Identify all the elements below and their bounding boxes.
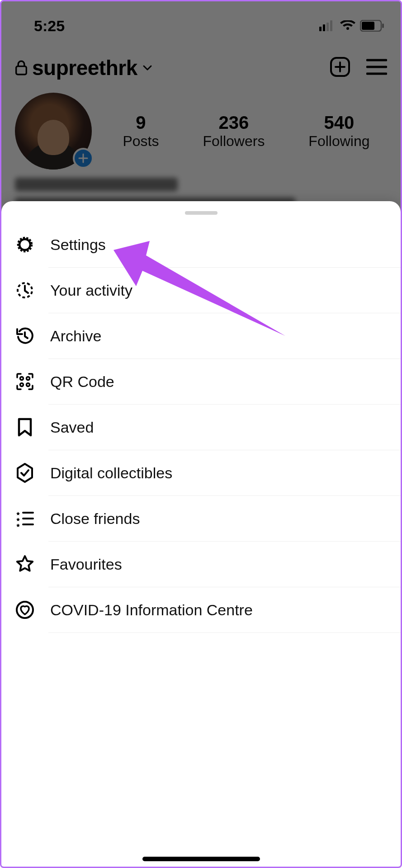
menu-label: Your activity [50, 282, 132, 299]
hamburger-menu-button[interactable] [366, 58, 387, 77]
qr-icon [15, 372, 35, 392]
menu-item-saved[interactable]: Saved [15, 405, 401, 450]
avatar[interactable] [15, 93, 92, 170]
menu-label: Digital collectibles [50, 464, 172, 482]
status-bar: 5:25 [1, 1, 401, 38]
svg-point-14 [20, 383, 24, 387]
heart-circle-icon [15, 600, 35, 620]
add-story-badge[interactable] [73, 148, 94, 169]
wifi-icon [340, 20, 355, 31]
menu-label: COVID-19 Information Centre [50, 601, 253, 619]
menu-item-settings[interactable]: Settings [15, 222, 401, 267]
svg-rect-6 [382, 24, 384, 28]
stat-followers-count: 236 [203, 113, 265, 133]
chevron-down-icon [142, 62, 153, 73]
profile-header: supreethrk [1, 38, 401, 85]
battery-icon [360, 20, 384, 32]
history-icon [15, 326, 35, 346]
stat-followers-label: Followers [203, 133, 265, 150]
username: supreethrk [32, 56, 137, 80]
menu-item-qr-code[interactable]: QR Code [15, 359, 401, 404]
svg-point-10 [19, 239, 30, 250]
profile-title[interactable]: supreethrk [15, 56, 153, 80]
svg-point-13 [27, 377, 30, 380]
menu-item-close-friends[interactable]: Close friends [15, 496, 401, 541]
hex-check-icon [15, 463, 35, 483]
svg-rect-3 [330, 20, 332, 31]
plus-icon [78, 153, 88, 163]
menu-label: Archive [50, 327, 101, 345]
profile-stats-row: 9 Posts 236 Followers 540 Following [1, 85, 401, 170]
menu-label: Close friends [50, 510, 140, 528]
stat-posts[interactable]: 9 Posts [123, 113, 159, 150]
stat-following-count: 540 [308, 113, 369, 133]
svg-rect-0 [319, 27, 322, 31]
stat-followers[interactable]: 236 Followers [203, 113, 265, 150]
status-time: 5:25 [34, 17, 65, 35]
menu-item-covid-info[interactable]: COVID-19 Information Centre [15, 587, 401, 632]
menu-list: Settings Your activity Archive [1, 222, 401, 633]
svg-rect-1 [323, 24, 325, 31]
gear-icon [15, 235, 35, 255]
create-button[interactable] [329, 56, 351, 80]
bookmark-icon [15, 417, 35, 437]
stat-posts-label: Posts [123, 133, 159, 150]
status-indicators [319, 20, 384, 32]
plus-box-icon [329, 56, 351, 78]
menu-label: Saved [50, 419, 94, 436]
menu-label: QR Code [50, 373, 114, 391]
svg-rect-17 [22, 518, 34, 519]
stat-posts-count: 9 [123, 113, 159, 133]
menu-item-favourites[interactable]: Favourites [15, 542, 401, 587]
star-list-icon [15, 509, 35, 528]
lock-icon [15, 60, 28, 75]
svg-rect-5 [362, 22, 374, 30]
stat-following-label: Following [308, 133, 369, 150]
svg-rect-16 [22, 512, 34, 514]
menu-item-your-activity[interactable]: Your activity [15, 268, 401, 313]
svg-point-15 [27, 383, 30, 387]
menu-label: Favourites [50, 556, 122, 573]
cellular-icon [319, 20, 336, 31]
svg-rect-18 [22, 524, 34, 525]
sheet-grabber[interactable] [185, 211, 218, 215]
menu-label: Settings [50, 236, 106, 254]
svg-rect-2 [326, 23, 329, 31]
menu-item-archive[interactable]: Archive [15, 313, 401, 359]
svg-point-12 [20, 377, 24, 380]
activity-icon [15, 280, 35, 300]
stat-following[interactable]: 540 Following [308, 113, 369, 150]
svg-point-19 [17, 602, 33, 618]
menu-item-digital-collectibles[interactable]: Digital collectibles [15, 450, 401, 495]
home-indicator [142, 857, 260, 861]
svg-rect-7 [16, 66, 27, 75]
options-sheet: Settings Your activity Archive [1, 201, 401, 867]
star-icon [15, 554, 35, 574]
menu-icon [366, 58, 387, 75]
